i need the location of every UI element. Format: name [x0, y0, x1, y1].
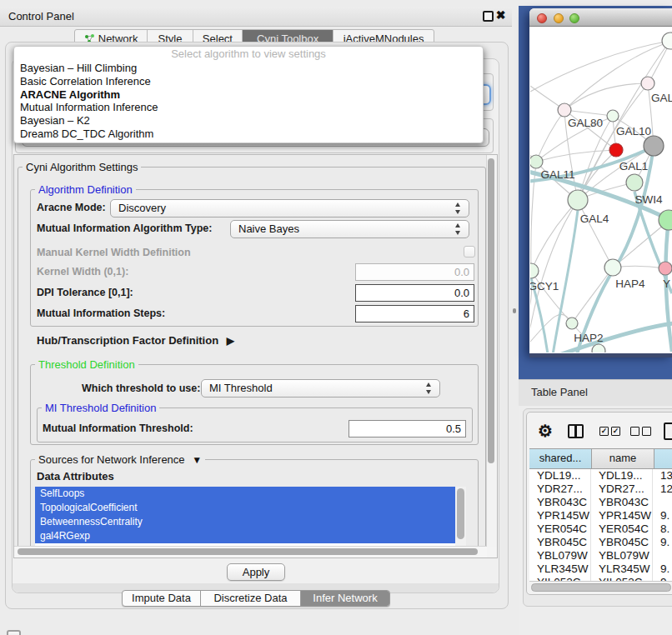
tab-infer-network[interactable]: Infer Network: [300, 591, 389, 606]
settings-vertical-scrollbar[interactable]: [486, 155, 497, 547]
data-attributes-list[interactable]: SelfLoopsTopologicalCoefficientBetweenne…: [35, 487, 466, 547]
column-header-1[interactable]: name: [592, 449, 654, 468]
network-node[interactable]: [641, 77, 654, 90]
data-attributes-rows: SelfLoopsTopologicalCoefficientBetweenne…: [35, 487, 455, 547]
aracne-mode-combo[interactable]: Discovery: [110, 199, 469, 218]
deselect-all-columns-icon[interactable]: [630, 427, 651, 436]
table-row[interactable]: YDL19...YDL19...13: [529, 469, 672, 482]
table-row[interactable]: YPR145WYPR145W9.: [529, 509, 672, 522]
node-table-body: YDL19...YDL19...13YDR27...YDR27...12YBR0…: [529, 469, 672, 582]
network-window-titlebar[interactable]: [529, 8, 672, 27]
node-label: GAL80: [568, 117, 603, 129]
splitpane-divider-handle[interactable]: [513, 308, 516, 313]
algorithm-option[interactable]: Mutual Information Inference: [14, 101, 483, 114]
network-node[interactable]: [659, 262, 672, 275]
close-window-icon[interactable]: ✖: [495, 10, 506, 21]
cytoscape-app: Control Panel ✖ NetworkStyleSelectCyni T…: [0, 0, 672, 635]
algorithm-option[interactable]: Dream8 DC_TDC Algorithm: [14, 128, 483, 141]
column-header-2[interactable]: A: [654, 449, 672, 468]
algorithm-option[interactable]: ARACNE Algorithm: [14, 88, 483, 102]
mi-type-combo[interactable]: Naive Bayes: [230, 220, 469, 238]
table-panel-header[interactable]: Table Panel: [519, 379, 672, 407]
table-cell: [653, 549, 672, 562]
settings-horizontal-scrollbar[interactable]: [14, 546, 487, 558]
tab-impute-data[interactable]: Impute Data: [123, 591, 200, 606]
table-row[interactable]: YBR043CYBR043C: [529, 496, 672, 509]
network-node[interactable]: [604, 259, 621, 276]
tab-discretize-data[interactable]: Discretize Data: [200, 591, 300, 606]
kernel-width-field[interactable]: 0.0: [355, 263, 474, 281]
table-cell: YPR145W: [529, 509, 591, 522]
node-label: SWI4: [634, 193, 662, 206]
column-header-0[interactable]: shared...: [529, 449, 592, 468]
algorithm-option[interactable]: Bayesian – K2: [14, 114, 483, 128]
network-node[interactable]: [568, 190, 588, 210]
network-node[interactable]: [609, 143, 623, 157]
float-window-icon[interactable]: [483, 11, 494, 22]
attributes-scrollbar-thumb[interactable]: [457, 488, 464, 539]
table-row[interactable]: YDR27...YDR27...12: [529, 482, 672, 496]
expanded-arrow-icon: ▼: [188, 454, 202, 466]
minimize-traffic-light-icon[interactable]: [554, 13, 564, 23]
control-panel-titlebar[interactable]: Control Panel ✖: [0, 7, 512, 27]
zoom-traffic-light-icon[interactable]: [569, 13, 579, 23]
table-row[interactable]: YLR345WYLR345W9.: [529, 562, 672, 576]
node-table: shared...nameA YDL19...YDL19...13YDR27..…: [529, 448, 672, 582]
data-attributes-label: Data Attributes: [37, 469, 114, 483]
table-settings-gear-icon[interactable]: ⚙: [538, 422, 553, 439]
network-node[interactable]: [558, 103, 571, 117]
control-panel-title: Control Panel: [8, 7, 74, 26]
hub-definition-toggle[interactable]: Hub/Transcription Factor Definition ▶: [37, 333, 234, 348]
collapsed-arrow-icon: ▶: [222, 335, 234, 347]
settings-vscrollbar-thumb[interactable]: [488, 158, 494, 463]
network-edge: [530, 314, 572, 352]
attribute-list-item[interactable]: gal4RGexp: [35, 529, 455, 543]
table-row[interactable]: YER054CYER054C8.: [529, 522, 672, 536]
network-graph-canvas[interactable]: GAL7GAL80GAL10GAL1GAL11SWI4GAL4GCY1HAP4Y…: [530, 26, 672, 352]
network-node[interactable]: [566, 318, 578, 329]
which-threshold-combo[interactable]: MI Threshold: [201, 379, 440, 398]
attribute-list-item[interactable]: SelfLoops: [35, 487, 455, 501]
network-node[interactable]: [662, 32, 672, 49]
sources-group-title[interactable]: Sources for Network Inference ▼: [35, 453, 205, 467]
table-cell: 9.: [653, 536, 672, 549]
mi-type-label: Mutual Information Algorithm Type:: [37, 222, 212, 236]
network-node[interactable]: [592, 344, 605, 352]
table-hscrollbar-thumb[interactable]: [531, 583, 671, 592]
kernel-width-label: Kernel Width (0,1):: [37, 265, 128, 279]
attribute-list-item[interactable]: BetweennessCentrality: [35, 515, 455, 529]
dpi-tolerance-field[interactable]: 0.0: [355, 284, 474, 302]
algorithm-option[interactable]: Bayesian – Hill Climbing: [14, 62, 483, 75]
table-cell: YBR043C: [591, 496, 653, 509]
network-node[interactable]: [530, 155, 543, 168]
settings-hscrollbar-thumb[interactable]: [18, 548, 478, 555]
table-row[interactable]: YBL079WYBL079W: [529, 549, 672, 562]
node-table-header: shared...nameA: [529, 448, 672, 469]
network-node[interactable]: [530, 263, 539, 278]
network-node[interactable]: [626, 174, 643, 191]
manual-kernel-checkbox[interactable]: [464, 246, 475, 258]
split-columns-icon[interactable]: [568, 424, 584, 438]
table-cell: YLR345W: [529, 562, 591, 576]
attribute-list-item[interactable]: TopologicalCoefficient: [35, 501, 455, 515]
export-table-icon[interactable]: [664, 422, 672, 440]
network-node[interactable]: [644, 136, 664, 156]
close-traffic-light-icon[interactable]: [537, 13, 547, 23]
apply-button[interactable]: Apply: [227, 563, 285, 581]
attributes-list-scrollbar[interactable]: [455, 487, 466, 547]
mi-steps-label: Mutual Information Steps:: [37, 307, 165, 321]
mi-steps-field[interactable]: 6: [355, 305, 474, 322]
select-all-columns-icon[interactable]: ✓ ✓: [599, 427, 620, 436]
table-cell: YBR043C: [529, 496, 591, 509]
network-node[interactable]: [607, 110, 619, 122]
mi-threshold-field[interactable]: 0.5: [349, 420, 466, 438]
algorithm-option[interactable]: Basic Correlation Inference: [14, 75, 483, 88]
aracne-mode-value: Discovery: [118, 200, 166, 217]
table-cell: YPR145W: [591, 509, 653, 522]
table-horizontal-scrollbar[interactable]: [529, 581, 672, 592]
mi-threshold-label: Mutual Information Threshold:: [43, 422, 193, 436]
table-row[interactable]: YBR045CYBR045C9.: [529, 536, 672, 549]
node-label: GAL4: [580, 212, 609, 225]
manual-kernel-label: Manual Kernel Width Definition: [37, 246, 191, 260]
minimized-panel-icon[interactable]: [7, 630, 21, 635]
